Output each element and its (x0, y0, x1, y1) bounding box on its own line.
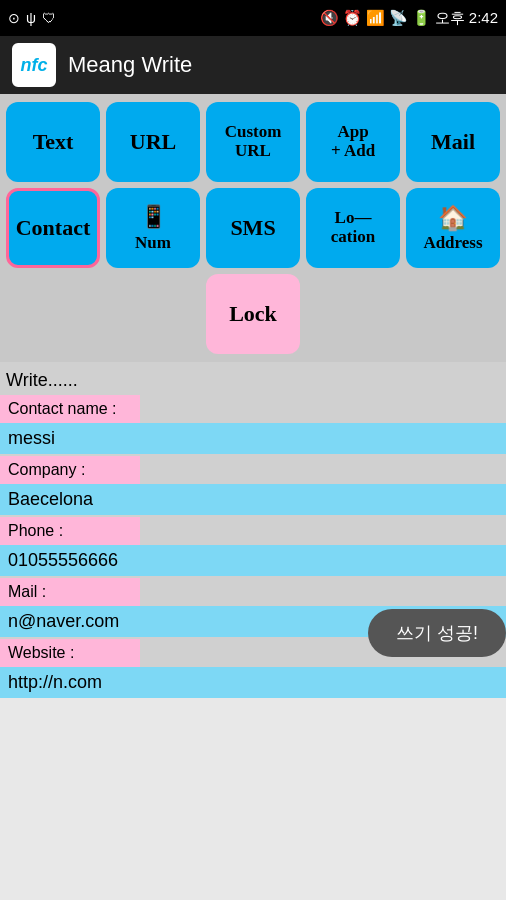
mute-icon: 🔇 (320, 9, 339, 27)
wifi-icon: 📶 (366, 9, 385, 27)
icon-shield: 🛡 (42, 10, 56, 26)
icon-psi: ψ (26, 10, 36, 26)
location-button-label: Lo—cation (331, 209, 375, 246)
house-icon: 🏠 (438, 204, 468, 232)
app-icon-text: nfc (21, 55, 48, 76)
battery-icon: 🔋 (412, 9, 431, 27)
signal-icon: 📡 (389, 9, 408, 27)
write-label: Write...... (0, 362, 506, 395)
num-button-label: Num (135, 234, 171, 253)
alarm-icon: ⏰ (343, 9, 362, 27)
contact-button[interactable]: Contact (6, 188, 100, 268)
custom-url-button-label: CustomURL (225, 123, 282, 160)
lock-button-label: Lock (229, 302, 277, 326)
button-grid: Text URL CustomURL App+ Add Mail Contact… (0, 94, 506, 362)
company-label: Company : (0, 456, 140, 484)
status-left-icons: ⊙ ψ 🛡 (8, 10, 56, 26)
app-bar: nfc Meang Write (0, 36, 506, 94)
location-button[interactable]: Lo—cation (306, 188, 400, 268)
phone-label: Phone : (0, 517, 140, 545)
contact-name-value[interactable]: messi (0, 423, 506, 454)
mail-label: Mail : (0, 578, 140, 606)
sms-button[interactable]: SMS (206, 188, 300, 268)
address-button[interactable]: 🏠 Address (406, 188, 500, 268)
address-button-label: Address (423, 234, 482, 253)
company-value[interactable]: Baecelona (0, 484, 506, 515)
app-add-button[interactable]: App+ Add (306, 102, 400, 182)
website-value[interactable]: http://n.com (0, 667, 506, 698)
success-button[interactable]: 쓰기 성공! (368, 609, 506, 657)
form-row-company: Company : Baecelona (0, 456, 506, 515)
form-row-website: Website : http://n.com 쓰기 성공! (0, 639, 506, 698)
mail-button-label: Mail (431, 130, 475, 154)
status-right: 🔇 ⏰ 📶 📡 🔋 오후 2:42 (320, 9, 498, 28)
status-bar: ⊙ ψ 🛡 🔇 ⏰ 📶 📡 🔋 오후 2:42 (0, 0, 506, 36)
time-display: 오후 2:42 (435, 9, 498, 28)
icon-u: ⊙ (8, 10, 20, 26)
url-button-label: URL (130, 130, 176, 154)
mail-button[interactable]: Mail (406, 102, 500, 182)
text-button-label: Text (33, 130, 74, 154)
contact-button-label: Contact (16, 216, 91, 240)
phone-value[interactable]: 01055556666 (0, 545, 506, 576)
app-add-button-label: App+ Add (331, 123, 375, 160)
website-label: Website : (0, 639, 140, 667)
form-area: Write...... Contact name : messi Company… (0, 362, 506, 698)
sms-button-label: SMS (230, 216, 275, 240)
form-row-phone: Phone : 01055556666 (0, 517, 506, 576)
app-icon: nfc (12, 43, 56, 87)
num-button[interactable]: 📱 Num (106, 188, 200, 268)
contact-name-label: Contact name : (0, 395, 140, 423)
custom-url-button[interactable]: CustomURL (206, 102, 300, 182)
app-title: Meang Write (68, 52, 192, 78)
phone-icon: 📱 (140, 204, 167, 230)
text-button[interactable]: Text (6, 102, 100, 182)
form-row-contact-name: Contact name : messi (0, 395, 506, 454)
url-button[interactable]: URL (106, 102, 200, 182)
lock-button[interactable]: Lock (206, 274, 300, 354)
